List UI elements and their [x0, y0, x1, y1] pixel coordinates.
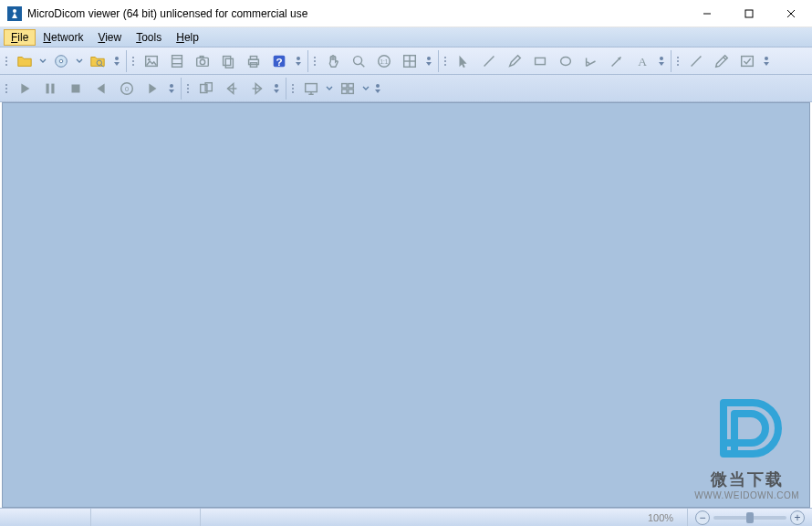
- play-button[interactable]: [13, 77, 36, 100]
- toolbar-overflow[interactable]: [166, 77, 177, 100]
- video-button[interactable]: [165, 49, 189, 73]
- svg-rect-53: [349, 89, 353, 93]
- checkbox-tool-button[interactable]: [735, 49, 759, 73]
- toolbar-grip[interactable]: [675, 50, 681, 72]
- menubar: FileNetworkViewToolsHelp: [0, 27, 812, 47]
- angle-button[interactable]: [579, 49, 603, 73]
- svg-rect-50: [342, 83, 347, 88]
- toolbar-divider: [181, 78, 182, 100]
- zoom-out-button[interactable]: −: [695, 510, 710, 525]
- toolbar-overflow[interactable]: [761, 49, 772, 73]
- pointer-button[interactable]: [452, 49, 475, 73]
- svg-text:0: 0: [125, 84, 129, 92]
- svg-rect-51: [349, 83, 353, 88]
- titlebar: MicroDicom viewer (64 bit) unlicensed fo…: [0, 0, 812, 27]
- pencil-button[interactable]: [503, 49, 526, 73]
- pan-hand-button[interactable]: [321, 49, 345, 73]
- grid-layout-button[interactable]: [336, 77, 359, 100]
- arrow-button[interactable]: [605, 49, 629, 73]
- toolbar-row-2: 0: [0, 75, 812, 102]
- toolbar-grip[interactable]: [4, 50, 9, 72]
- svg-rect-47: [306, 83, 318, 91]
- svg-rect-40: [72, 84, 80, 92]
- zoom-button[interactable]: [347, 49, 370, 73]
- toolbar-divider: [671, 50, 671, 72]
- svg-point-6: [59, 59, 63, 63]
- text-button[interactable]: A: [630, 49, 654, 73]
- menu-item-file[interactable]: File: [4, 29, 36, 46]
- toolbar-overflow[interactable]: [656, 49, 667, 73]
- series-link-button[interactable]: [194, 77, 218, 100]
- toolbar-overflow[interactable]: [293, 49, 304, 73]
- scan-button[interactable]: [86, 49, 109, 73]
- monitor-button[interactable]: [299, 77, 323, 100]
- status-cell-1: [0, 509, 91, 526]
- toolbar-overflow[interactable]: [271, 77, 282, 100]
- svg-rect-2: [745, 10, 753, 17]
- open-cd-dropdown[interactable]: [75, 58, 84, 65]
- stop-button[interactable]: [64, 77, 88, 100]
- toolbar-grip[interactable]: [290, 78, 296, 100]
- menu-item-view[interactable]: View: [90, 29, 129, 46]
- line2-button[interactable]: [684, 49, 708, 73]
- toolbar-overflow[interactable]: [372, 77, 383, 100]
- next-button[interactable]: [141, 77, 164, 100]
- print-button[interactable]: [242, 49, 265, 73]
- minimize-button[interactable]: [686, 0, 728, 27]
- toolbar-divider: [307, 50, 308, 72]
- line-tool-button[interactable]: [477, 49, 501, 73]
- svg-rect-38: [47, 83, 49, 93]
- toolbar-grip[interactable]: [442, 50, 448, 72]
- svg-rect-37: [742, 56, 754, 66]
- toolbar-grip[interactable]: [312, 50, 318, 72]
- menu-item-help[interactable]: Help: [169, 29, 206, 46]
- window-controls: [686, 0, 812, 27]
- rectangle-button[interactable]: [528, 49, 552, 73]
- statusbar: 100% − +: [0, 508, 812, 526]
- toolbar-overflow[interactable]: [423, 49, 434, 73]
- svg-text:1:1: 1:1: [380, 58, 389, 64]
- fit-to-window-button[interactable]: [398, 49, 422, 73]
- grid-layout-dropdown[interactable]: [361, 85, 370, 92]
- open-folder-dropdown[interactable]: [38, 58, 47, 65]
- prev-button[interactable]: [89, 77, 113, 100]
- toolbar-row-1: ?1:1A: [0, 47, 812, 75]
- window-title: MicroDicom viewer (64 bit) unlicensed fo…: [27, 7, 686, 20]
- toolbar-grip[interactable]: [185, 78, 191, 100]
- menu-item-tools[interactable]: Tools: [129, 29, 169, 46]
- first-button[interactable]: 0: [115, 77, 139, 100]
- svg-rect-18: [225, 58, 233, 68]
- svg-point-15: [200, 59, 204, 64]
- status-cell-2: [91, 509, 201, 526]
- zoom-slider[interactable]: [713, 516, 786, 520]
- menu-item-network[interactable]: Network: [36, 29, 90, 46]
- pause-button[interactable]: [38, 77, 62, 100]
- camera-button[interactable]: [191, 49, 214, 73]
- app-icon: [7, 6, 22, 21]
- toolbar-grip[interactable]: [130, 50, 136, 72]
- maximize-button[interactable]: [728, 0, 770, 27]
- close-button[interactable]: [770, 0, 812, 27]
- svg-rect-20: [250, 56, 256, 59]
- help-button[interactable]: ?: [267, 49, 291, 73]
- ellipse-button[interactable]: [554, 49, 578, 73]
- svg-rect-32: [536, 58, 546, 64]
- toolbar-divider: [286, 78, 286, 100]
- image-viewport[interactable]: [2, 102, 810, 508]
- zoom-1to1-button[interactable]: 1:1: [372, 49, 396, 73]
- step-forward-button[interactable]: [245, 77, 269, 100]
- open-cd-button[interactable]: [49, 49, 73, 73]
- toolbar-overflow[interactable]: [111, 49, 122, 73]
- svg-rect-11: [172, 55, 182, 67]
- step-back-button[interactable]: [220, 77, 244, 100]
- copy-image-button[interactable]: [216, 49, 240, 73]
- image-button[interactable]: [140, 49, 163, 73]
- zoom-in-button[interactable]: +: [790, 510, 805, 525]
- monitor-dropdown[interactable]: [325, 85, 334, 92]
- svg-rect-39: [51, 83, 54, 93]
- eyedropper-button[interactable]: [710, 49, 734, 73]
- zoom-percent: 100%: [642, 509, 688, 526]
- open-folder-button[interactable]: [13, 49, 36, 73]
- toolbar-grip[interactable]: [4, 78, 9, 100]
- svg-point-0: [13, 9, 16, 13]
